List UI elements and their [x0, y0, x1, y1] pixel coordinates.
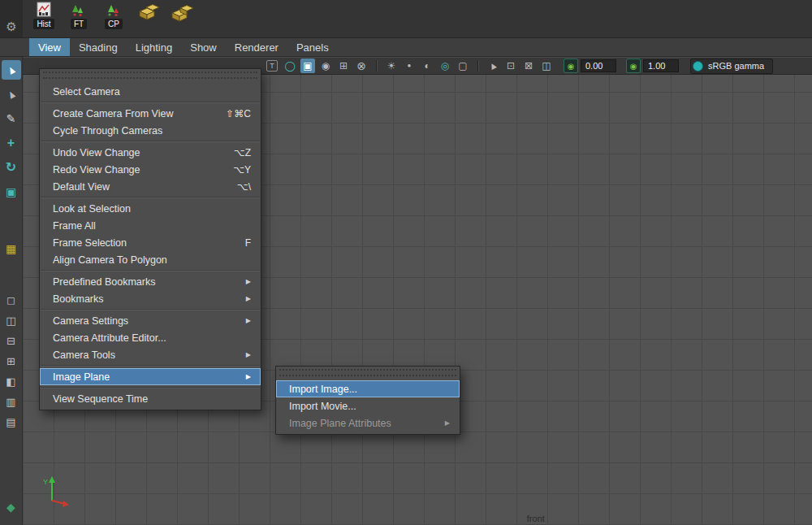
menu-item-label: Default View — [53, 181, 110, 193]
menu-separator — [41, 270, 260, 271]
menu-item-create-camera-from-view[interactable]: Create Camera From View⇧⌘C — [40, 105, 261, 122]
gamma-value[interactable]: 1.00 — [643, 59, 679, 72]
menu-shading[interactable]: Shading — [70, 38, 127, 56]
image-plane-submenu: Import Image...Import Movie...Image Plan… — [275, 366, 460, 435]
poly-stack-icon — [136, 2, 161, 23]
submenu-arrow-icon: ▶ — [236, 278, 251, 285]
menu-item-label: Camera Attribute Editor... — [53, 332, 166, 344]
submenu-arrow-icon: ▶ — [236, 295, 251, 302]
menu-item-bookmarks[interactable]: Bookmarks▶ — [40, 290, 261, 307]
menu-item-label: Align Camera To Polygon — [53, 254, 167, 266]
menu-panels[interactable]: Panels — [287, 38, 338, 56]
menu-item-frame-selection[interactable]: Frame SelectionF — [40, 234, 261, 251]
menu-item-select-camera[interactable]: Select Camera — [40, 83, 261, 100]
all-lights-icon[interactable]: ● — [402, 59, 417, 73]
menu-item-camera-tools[interactable]: Camera Tools▶ — [40, 346, 261, 363]
gate-mask-icon[interactable]: ◫ — [539, 59, 554, 73]
image-plane-submenu-items: Import Image...Import Movie...Image Plan… — [276, 380, 460, 432]
rotate-tool-glyph: ↻ — [6, 161, 16, 174]
live-surface-icon-glyph: ▦ — [6, 243, 16, 254]
gamma-control[interactable]: ◉ 1.00 — [626, 59, 679, 73]
menu-item-redo-view-change[interactable]: Redo View Change⌥Y — [40, 161, 261, 178]
menu-item-shortcut: ⌥Y — [223, 164, 251, 176]
film-gate-icon[interactable]: ⊡ — [503, 59, 518, 73]
rotate-tool[interactable]: ↻ — [2, 158, 21, 177]
svg-text:Y: Y — [43, 478, 48, 486]
shelf-button-poly-stack-2[interactable] — [169, 2, 198, 36]
menu-lighting[interactable]: Lighting — [127, 38, 182, 56]
menu-item-frame-all[interactable]: Frame All — [40, 217, 261, 234]
view-transform-control[interactable]: sRGB gamma — [690, 59, 773, 74]
layout-two-pane-button[interactable]: ◫ — [2, 313, 21, 328]
scale-tool[interactable]: ▣ — [2, 182, 21, 202]
shelf-items: Hist FT CP — [29, 2, 198, 36]
menu-item-shortcut: ⌥Z — [224, 147, 251, 158]
layout-split-rows-button-glyph: ▤ — [6, 417, 15, 427]
modeling-toolkit-icon[interactable]: ◆ — [2, 497, 21, 517]
menu-item-camera-attribute-editor[interactable]: Camera Attribute Editor... — [40, 329, 261, 346]
menu-separator — [41, 102, 260, 103]
menu-view[interactable]: View — [29, 38, 70, 56]
shadows-icon-glyph: ◐ — [424, 61, 430, 71]
panel-menu-bar: View Shading Lighting Show Renderer Pane… — [0, 38, 812, 57]
menu-item-label: Predefined Bookmarks — [53, 276, 155, 288]
select-tool[interactable]: ▲ — [2, 60, 21, 80]
menu-tearoff-handle[interactable] — [279, 369, 456, 376]
menu-item-look-at-selection[interactable]: Look at Selection — [40, 200, 261, 217]
textured-mode-icon[interactable]: ◉ — [318, 59, 333, 73]
exposure-control[interactable]: ◉ 0.00 — [564, 59, 616, 73]
menu-item-label: Undo View Change — [53, 147, 140, 158]
shelf-options-button[interactable]: ⚙ — [0, 0, 23, 37]
default-light-icon[interactable]: ☀ — [384, 59, 399, 73]
menu-item-cycle-through-cameras[interactable]: Cycle Through Cameras — [40, 122, 261, 139]
menu-renderer[interactable]: Renderer — [226, 38, 287, 56]
menu-item-align-camera-to-polygon[interactable]: Align Camera To Polygon — [40, 251, 261, 268]
layout-four-pane-button[interactable]: ⊞ — [2, 354, 21, 369]
menu-item-import-movie[interactable]: Import Movie... — [276, 397, 460, 414]
occlusion-icon[interactable]: ◎ — [438, 59, 452, 73]
modeling-toolkit-icon-glyph: ◆ — [6, 501, 15, 513]
layout-stacked-pane-button[interactable]: ⊟ — [2, 333, 21, 349]
shaded-mode-icon[interactable]: ▣ — [300, 59, 315, 73]
resolution-gate-icon[interactable]: ⊠ — [521, 59, 536, 73]
menu-show[interactable]: Show — [181, 38, 226, 56]
live-surface-icon[interactable]: ▦ — [2, 239, 21, 258]
checkered-icon[interactable]: ⊞ — [336, 59, 351, 73]
menu-item-camera-settings[interactable]: Camera Settings▶ — [40, 312, 261, 329]
hud-text-icon-glyph: T — [270, 63, 274, 70]
move-tool[interactable]: + — [2, 133, 21, 153]
resolution-gate-icon-glyph: ⊠ — [525, 61, 533, 71]
paint-select-tool[interactable]: ✎ — [2, 109, 21, 128]
panel-toolbar-right: ◉ 0.00 ◉ 1.00 sRGB gamma — [554, 59, 812, 74]
menu-item-undo-view-change[interactable]: Undo View Change⌥Z — [40, 144, 261, 161]
layout-split-right-button[interactable]: ▥ — [2, 394, 21, 410]
flat-lighting-icon[interactable]: ▢ — [456, 59, 470, 73]
layout-outliner-pane-button[interactable]: ◧ — [2, 374, 21, 389]
menu-item-label: Bookmarks — [53, 293, 104, 305]
menu-item-image-plane[interactable]: Image Plane▶ — [40, 368, 261, 385]
shelf-button-ft[interactable]: FT — [64, 2, 93, 36]
menu-tearoff-handle[interactable] — [43, 72, 257, 79]
menu-item-predefined-bookmarks[interactable]: Predefined Bookmarks▶ — [40, 273, 261, 290]
exposure-value[interactable]: 0.00 — [581, 59, 616, 72]
lasso-select-tool[interactable]: ▲ — [2, 85, 21, 104]
xray-mode-icon[interactable]: ⊗ — [354, 59, 369, 73]
menu-item-default-view[interactable]: Default View⌥\ — [40, 178, 261, 195]
menu-item-label: Frame All — [53, 220, 96, 232]
menu-item-label: Frame Selection — [53, 237, 127, 249]
shelf-button-poly-stack-1[interactable] — [134, 2, 163, 36]
shadows-icon[interactable]: ◐ — [420, 59, 434, 73]
layout-four-pane-button-glyph: ⊞ — [6, 356, 15, 367]
menu-item-label: Camera Settings — [53, 315, 128, 327]
layout-single-pane-button[interactable]: ◻ — [2, 293, 21, 308]
shelf-button-hist[interactable]: Hist — [29, 2, 58, 36]
selection-highlight-icon[interactable]: ▲ — [486, 59, 500, 73]
wireframe-mode-icon[interactable]: ◯ — [283, 59, 297, 73]
shelf-button-cp[interactable]: CP — [99, 2, 128, 36]
submenu-arrow-icon: ▶ — [236, 317, 251, 324]
menu-item-view-sequence-time[interactable]: View Sequence Time — [40, 390, 261, 407]
menu-item-import-image[interactable]: Import Image... — [276, 380, 460, 397]
hud-text-icon[interactable]: T — [266, 60, 278, 72]
layout-split-rows-button[interactable]: ▤ — [2, 414, 21, 430]
submenu-arrow-icon: ▶ — [236, 351, 251, 358]
